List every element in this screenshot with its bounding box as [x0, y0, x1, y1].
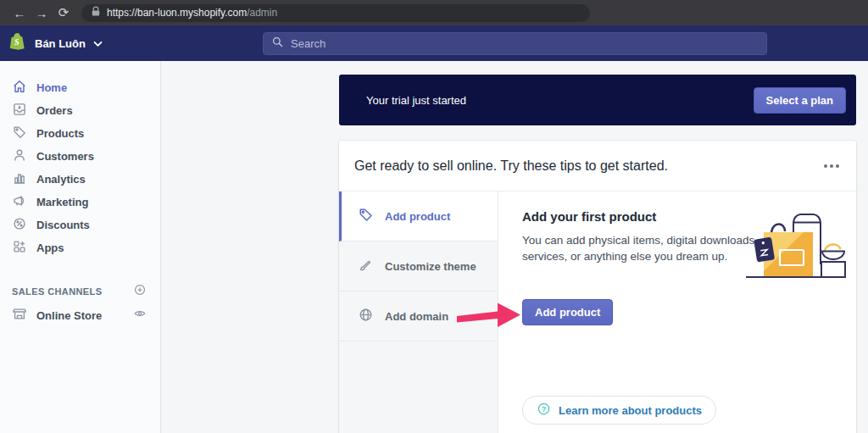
- marketing-icon: [12, 193, 27, 212]
- add-product-button[interactable]: Add product: [522, 299, 613, 325]
- eye-icon[interactable]: [133, 307, 147, 324]
- online-store-label: Online Store: [36, 309, 133, 322]
- storefront-icon: [12, 306, 27, 325]
- sidebar-item-marketing[interactable]: Marketing: [0, 191, 160, 214]
- ssl-lock-icon: [91, 5, 101, 20]
- svg-text:S: S: [14, 37, 19, 47]
- add-channel-icon[interactable]: [133, 283, 147, 300]
- store-name: Bán Luôn: [35, 37, 86, 50]
- trial-message: Your trial just started: [366, 94, 754, 107]
- select-plan-button[interactable]: Select a plan: [754, 87, 846, 114]
- browser-reload-button[interactable]: ⟳: [53, 2, 75, 24]
- discounts-icon: [12, 216, 27, 235]
- question-circle-icon: ?: [537, 402, 551, 419]
- sidebar-item-customers[interactable]: Customers: [0, 145, 160, 168]
- sidebar-item-discounts[interactable]: Discounts: [0, 214, 160, 236]
- shopify-admin-page: ← → ⟳ https://ban-luon.myshopify.com/adm…: [0, 0, 868, 433]
- analytics-icon: [12, 170, 27, 189]
- tab-label: Add domain: [385, 310, 448, 323]
- learn-more-label: Learn more about products: [559, 404, 702, 417]
- ellipsis-menu-icon[interactable]: [822, 159, 841, 173]
- browser-toolbar: ← → ⟳ https://ban-luon.myshopify.com/adm…: [0, 0, 868, 25]
- url-text: https://ban-luon.myshopify.com/admin: [107, 7, 277, 19]
- setup-card-title: Get ready to sell online. Try these tips…: [354, 158, 822, 174]
- sidebar-item-apps[interactable]: Apps: [0, 236, 160, 259]
- setup-card-header: Get ready to sell online. Try these tips…: [339, 141, 856, 192]
- sales-channels-header: SALES CHANNELS: [0, 281, 160, 302]
- chevron-down-icon: [93, 36, 103, 51]
- sidebar-item-label: Apps: [36, 241, 64, 254]
- sidebar-item-online-store[interactable]: Online Store: [0, 303, 160, 327]
- admin-top-bar: S Bán Luôn: [0, 25, 868, 61]
- sidebar-item-label: Discounts: [36, 219, 90, 231]
- customers-icon: [12, 147, 27, 166]
- tab-label: Customize theme: [385, 260, 476, 273]
- sidebar-item-analytics[interactable]: Analytics: [0, 168, 160, 191]
- learn-more-link[interactable]: ? Learn more about products: [522, 396, 716, 425]
- trial-banner: Your trial just started Select a plan: [339, 75, 856, 125]
- annotation-arrow: [455, 298, 523, 336]
- setup-guide-card: Get ready to sell online. Try these tips…: [339, 141, 856, 433]
- sales-channels-label: SALES CHANNELS: [12, 286, 102, 297]
- setup-card-body: Add product Customize theme Add domain A…: [339, 192, 856, 433]
- products-icon: [12, 125, 27, 143]
- search-input[interactable]: [291, 37, 759, 50]
- add-product-panel: Add your first product You can add physi…: [498, 192, 856, 433]
- panel-description: You can add physical items, digital down…: [522, 232, 766, 264]
- browser-address-bar[interactable]: https://ban-luon.myshopify.com/admin: [81, 4, 590, 22]
- sidebar-item-label: Analytics: [36, 173, 86, 186]
- sidebar-item-label: Orders: [36, 104, 73, 117]
- product-illustration: [741, 198, 851, 286]
- sidebar-item-label: Products: [36, 127, 84, 140]
- sidebar-item-label: Marketing: [36, 196, 88, 208]
- browser-forward-button[interactable]: →: [31, 2, 53, 24]
- store-switcher[interactable]: S Bán Luôn: [8, 25, 103, 61]
- brush-icon: [358, 257, 374, 276]
- apps-icon: [12, 239, 27, 258]
- tag-icon: [358, 207, 374, 226]
- orders-icon: [12, 102, 27, 120]
- tab-filler: [339, 341, 498, 433]
- tab-customize-theme[interactable]: Customize theme: [339, 241, 498, 291]
- shopify-logo-icon: S: [8, 31, 27, 55]
- sidebar-item-home[interactable]: Home: [0, 76, 160, 99]
- sidebar-item-label: Home: [36, 81, 67, 94]
- sidebar-item-label: Customers: [36, 150, 94, 163]
- sidebar-item-products[interactable]: Products: [0, 122, 160, 145]
- browser-back-button[interactable]: ←: [8, 2, 31, 24]
- search-icon: [271, 36, 284, 52]
- sidebar-nav: Home Orders Products Customers Analytics…: [0, 61, 161, 433]
- global-search[interactable]: [263, 32, 767, 55]
- tab-label: Add product: [385, 210, 450, 223]
- panel-heading: Add your first product: [522, 209, 656, 224]
- url-path: /admin: [247, 7, 277, 19]
- sidebar-item-orders[interactable]: Orders: [0, 99, 160, 122]
- globe-icon: [358, 307, 374, 326]
- svg-text:?: ?: [542, 404, 546, 413]
- home-icon: [12, 79, 27, 97]
- tab-add-product[interactable]: Add product: [339, 192, 498, 241]
